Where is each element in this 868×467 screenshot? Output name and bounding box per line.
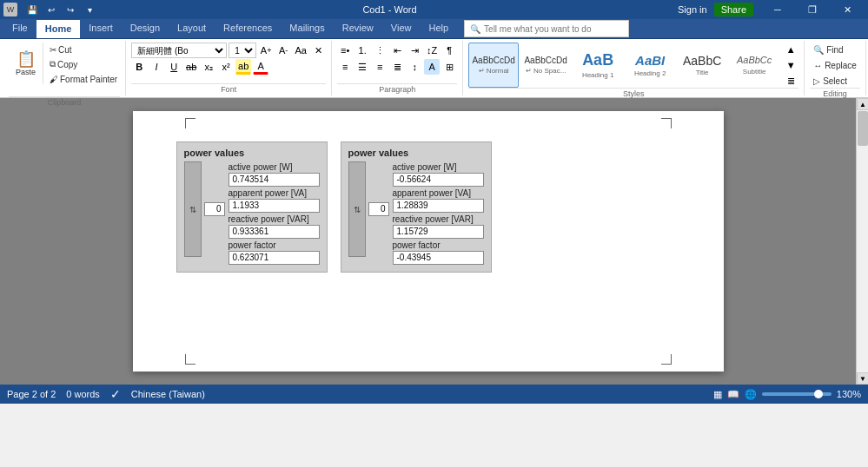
- styles-down-button[interactable]: ▼: [783, 58, 798, 72]
- style-h2-label: Heading 2: [634, 69, 666, 77]
- align-left-button[interactable]: ≡: [337, 59, 353, 75]
- cut-button[interactable]: ✂ Cut: [47, 43, 120, 56]
- font-size-select[interactable]: 10: [229, 43, 256, 58]
- window-controls: ─ ❐ ✕: [760, 0, 865, 19]
- tab-view[interactable]: View: [382, 19, 421, 38]
- scroll-track[interactable]: [857, 110, 868, 372]
- multilevel-button[interactable]: ⋮: [372, 43, 388, 58]
- superscript-button[interactable]: x²: [218, 59, 234, 75]
- style-heading1[interactable]: AaB Heading 1: [573, 43, 623, 88]
- underline-button[interactable]: U: [166, 59, 182, 75]
- tab-layout[interactable]: Layout: [169, 19, 215, 38]
- zoom-thumb[interactable]: [814, 390, 823, 398]
- subscript-button[interactable]: x₂: [201, 59, 216, 75]
- view-web-icon[interactable]: 🌐: [745, 389, 757, 400]
- sign-in-link[interactable]: Sign in: [678, 4, 707, 15]
- style-normal-preview: AaBbCcDd: [472, 56, 514, 66]
- style-h2-preview: AaBI: [635, 53, 665, 69]
- style-heading2[interactable]: AaBI Heading 2: [625, 43, 675, 88]
- tab-file[interactable]: File: [3, 19, 36, 38]
- change-case-button[interactable]: Aa: [293, 43, 308, 58]
- tab-insert[interactable]: Insert: [80, 19, 122, 38]
- tab-mailings[interactable]: Mailings: [281, 19, 333, 38]
- bullets-button[interactable]: ≡•: [337, 43, 353, 58]
- redo-button[interactable]: ↪: [62, 2, 79, 17]
- corner-mark-bl: [185, 354, 195, 365]
- proofing-icon[interactable]: ✓: [110, 387, 121, 401]
- increase-indent-button[interactable]: ⇥: [407, 43, 422, 58]
- borders-button[interactable]: ⊞: [441, 59, 457, 75]
- search-input[interactable]: [484, 24, 623, 34]
- minimize-button[interactable]: ─: [760, 0, 795, 19]
- scroll-thumb[interactable]: [858, 111, 868, 146]
- align-center-button[interactable]: ☰: [354, 59, 370, 75]
- find-icon: 🔍: [813, 45, 824, 55]
- replace-button[interactable]: ↔ Replace: [810, 58, 860, 72]
- title-bar: W 💾 ↩ ↪ ▾ Cod1 - Word Sign in Share ─ ❐ …: [0, 0, 868, 19]
- clear-format-button[interactable]: ✕: [310, 43, 326, 58]
- corner-mark-br: [661, 354, 672, 365]
- close-button[interactable]: ✕: [830, 0, 865, 19]
- qat-more-button[interactable]: ▾: [81, 2, 98, 17]
- pv1-input[interactable]: 0: [204, 202, 225, 216]
- tab-references[interactable]: References: [215, 19, 281, 38]
- share-button[interactable]: Share: [714, 3, 753, 16]
- language[interactable]: Chinese (Taiwan): [131, 389, 205, 399]
- undo-button[interactable]: ↩: [43, 2, 60, 17]
- decrease-indent-button[interactable]: ⇤: [389, 43, 405, 58]
- find-button[interactable]: 🔍 Find: [810, 43, 860, 56]
- format-painter-button[interactable]: 🖌 Format Painter: [47, 72, 120, 86]
- tab-review[interactable]: Review: [334, 19, 382, 38]
- style-normal[interactable]: AaBbCcDd ↵ Normal: [468, 43, 519, 88]
- shading-button[interactable]: A: [424, 59, 440, 75]
- scroll-down-button[interactable]: ▼: [857, 372, 868, 385]
- style-no-spacing-preview: AaBbCcDd: [524, 56, 567, 66]
- line-spacing-button[interactable]: ↕: [407, 59, 422, 75]
- styles-group-label: Styles: [468, 88, 798, 98]
- scroll-up-button[interactable]: ▲: [857, 98, 868, 110]
- styles-expand-button[interactable]: ≣: [783, 74, 798, 88]
- italic-button[interactable]: I: [149, 59, 164, 75]
- bold-button[interactable]: B: [131, 59, 147, 75]
- zoom-level[interactable]: 130%: [837, 389, 861, 399]
- text-highlight-button[interactable]: ab: [235, 59, 251, 75]
- paste-button[interactable]: 📋 Paste: [9, 43, 43, 84]
- justify-button[interactable]: ≣: [389, 59, 405, 75]
- pv2-knob[interactable]: ⇅: [348, 161, 366, 257]
- style-h1-label: Heading 1: [582, 71, 613, 79]
- font-shrink-button[interactable]: A-: [275, 43, 291, 58]
- copy-button[interactable]: ⧉ Copy: [47, 57, 120, 71]
- style-subtitle[interactable]: AaBbCc Subtitle: [729, 43, 779, 88]
- page-scroll-area[interactable]: power values ⇅ 0 active power [W] 0.7435…: [0, 98, 856, 385]
- font-color-button[interactable]: A: [253, 59, 268, 75]
- paragraph-group: ≡• 1. ⋮ ⇤ ⇥ ↕Z ¶ ≡ ☰ ≡ ≣ ↕ A ⊞: [332, 41, 463, 95]
- clipboard-group-content: 📋 Paste ✂ Cut ⧉ Copy 🖌 Format Painter: [9, 43, 120, 86]
- zoom-slider[interactable]: [762, 392, 832, 396]
- pv2-input[interactable]: 0: [368, 202, 389, 216]
- view-normal-icon[interactable]: ▦: [713, 389, 722, 400]
- tab-home[interactable]: Home: [36, 20, 81, 38]
- pv1-knob[interactable]: ⇅: [184, 161, 202, 257]
- font-name-select[interactable]: 新細明體 (Bo: [131, 43, 227, 58]
- strikethrough-button[interactable]: ab: [183, 59, 199, 75]
- select-button[interactable]: ▷ Select: [810, 74, 860, 88]
- numbering-button[interactable]: 1.: [354, 43, 370, 58]
- pv2-num-input-row: ⇅ 0: [348, 161, 389, 257]
- tab-design[interactable]: Design: [122, 19, 169, 38]
- styles-up-button[interactable]: ▲: [783, 43, 798, 56]
- vertical-scrollbar[interactable]: ▲ ▼: [856, 98, 868, 385]
- editing-group: 🔍 Find ↔ Replace ▷ Select Editing: [805, 41, 866, 95]
- show-marks-button[interactable]: ¶: [441, 43, 457, 58]
- style-title[interactable]: AaBbC Title: [677, 43, 727, 88]
- view-read-icon[interactable]: 📖: [727, 389, 739, 400]
- restore-button[interactable]: ❐: [795, 0, 830, 19]
- sort-button[interactable]: ↕Z: [424, 43, 440, 58]
- styles-area: AaBbCcDd ↵ Normal AaBbCcDd ↵ No Spac... …: [468, 43, 798, 88]
- font-grow-button[interactable]: A+: [258, 43, 274, 58]
- style-subtitle-preview: AaBbCc: [737, 55, 772, 66]
- document-wrapper: power values ⇅ 0 active power [W] 0.7435…: [0, 98, 868, 385]
- tab-help[interactable]: Help: [420, 19, 457, 38]
- align-right-button[interactable]: ≡: [372, 59, 388, 75]
- save-button[interactable]: 💾: [23, 2, 41, 17]
- style-no-spacing[interactable]: AaBbCcDd ↵ No Spac...: [520, 43, 571, 88]
